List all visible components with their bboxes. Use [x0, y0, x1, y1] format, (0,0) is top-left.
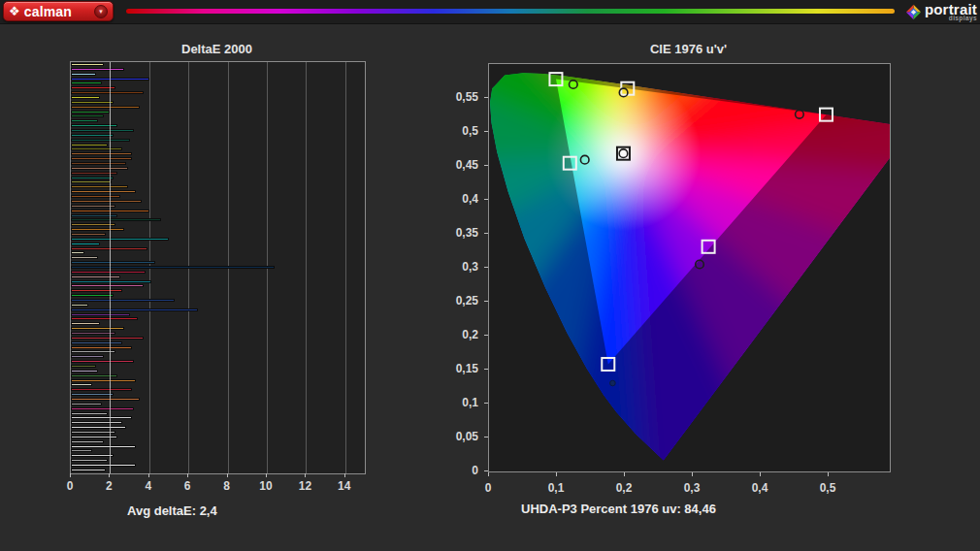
deltae-bar — [71, 73, 96, 76]
deltae-bar-row — [71, 247, 365, 250]
axis-tick-label: 14 — [338, 479, 350, 493]
deltae-bar — [71, 162, 126, 165]
deltae-bar-row — [71, 157, 365, 160]
deltae-bar — [71, 68, 124, 71]
deltae-target-line — [110, 62, 111, 473]
tick-mark — [484, 267, 488, 268]
deltae-bar-row — [71, 114, 365, 117]
deltae-bar-row — [71, 365, 365, 368]
deltae-bar-row — [71, 106, 365, 109]
deltae-bar — [71, 313, 130, 316]
deltae-bar — [71, 398, 140, 401]
deltae-bar-row — [71, 341, 365, 344]
axis-tick-label: 0,4 — [752, 481, 768, 495]
deltae-bar — [71, 449, 92, 452]
tick-mark — [484, 199, 488, 200]
deltae-bar-row — [71, 337, 365, 340]
deltae-bar-row — [71, 86, 365, 89]
deltae-bar-row — [71, 289, 365, 292]
deltae-bar-row — [71, 91, 365, 94]
tick-mark — [488, 472, 489, 476]
deltae-bar-row — [71, 294, 365, 297]
deltae-bar-row — [71, 383, 365, 386]
deltae-bar — [71, 383, 92, 386]
deltae-bar-row — [71, 172, 365, 175]
deltae-bar — [71, 101, 114, 104]
deltae-bar — [71, 407, 134, 410]
axis-tick-label: 6 — [184, 479, 191, 493]
deltae-bar-row — [71, 412, 365, 415]
deltae-bar — [71, 256, 98, 259]
deltae-bar — [71, 337, 144, 340]
deltae-bar — [71, 266, 275, 269]
deltae-bar-row — [71, 388, 365, 391]
deltae-bar — [71, 106, 140, 109]
deltae-bar-row — [71, 63, 365, 66]
deltae-bar — [71, 317, 138, 320]
deltae-bar-row — [71, 317, 365, 320]
deltae-bar-row — [71, 111, 365, 113]
tick-mark — [484, 437, 488, 438]
deltae-bar-row — [71, 147, 365, 150]
axis-tick-label: 0,25 — [456, 294, 478, 308]
calman-menu-button[interactable]: ❖ calman ▼ — [3, 1, 114, 21]
tick-mark — [344, 473, 345, 477]
deltae-bar — [71, 167, 128, 170]
deltae-bar — [71, 233, 106, 236]
deltae-bar-row — [71, 243, 365, 245]
deltae-bar — [71, 322, 100, 325]
axis-tick-label: 0,3 — [462, 260, 478, 274]
deltae-bar-row — [71, 421, 365, 424]
cie-diagram — [488, 63, 891, 472]
deltae-bar-row — [71, 464, 365, 467]
deltae-bar-row — [71, 379, 365, 382]
cie-chart-title: CIE 1976 u'v' — [488, 42, 889, 56]
deltae-bar-row — [71, 454, 365, 457]
axis-tick-label: 10 — [259, 479, 272, 493]
deltae-bar-row — [71, 129, 365, 132]
tick-mark — [187, 473, 188, 477]
tick-mark — [484, 470, 488, 471]
deltae-bar — [71, 96, 100, 99]
calman-dropdown-button[interactable]: ▼ — [94, 5, 108, 18]
deltae-bar — [71, 280, 151, 283]
deltae-bar-row — [71, 360, 365, 363]
tick-mark — [266, 473, 267, 477]
deltae-bar-row — [71, 266, 365, 269]
deltae-bar — [71, 403, 102, 405]
deltae-bar-row — [71, 218, 365, 221]
portrait-displays-logo: portrait displays — [905, 2, 977, 22]
deltae-bar-row — [71, 403, 365, 405]
deltae-bar-row — [71, 261, 365, 264]
deltae-bar-row — [71, 144, 365, 146]
deltae-bar — [71, 63, 104, 66]
deltae-bar — [71, 355, 104, 358]
deltae-bar — [71, 111, 110, 113]
deltae-bar-row — [71, 459, 365, 462]
deltae-bar-row — [71, 251, 365, 254]
deltae-bar-row — [71, 416, 365, 419]
spectrum-gradient-strip — [126, 9, 895, 14]
axis-tick-label: 4 — [145, 479, 151, 493]
deltae-bar-row — [71, 139, 365, 142]
tick-mark — [692, 472, 693, 476]
deltae-bar-row — [71, 68, 365, 71]
deltae-bar — [71, 185, 128, 188]
deltae-bar-row — [71, 350, 365, 353]
deltae-bar — [71, 341, 122, 344]
axis-tick-label: 0 — [472, 464, 478, 477]
deltae-bar — [71, 426, 126, 429]
tick-mark — [760, 472, 761, 476]
brand-subtitle: displays — [949, 16, 977, 22]
deltae-bar-row — [71, 210, 365, 212]
axis-tick-label: 0,3 — [684, 481, 701, 495]
chevron-down-icon: ▼ — [98, 9, 104, 15]
deltae-bar-row — [71, 393, 365, 396]
deltae-bar-row — [71, 162, 365, 165]
deltae-bar — [71, 360, 134, 363]
deltae-bar — [71, 299, 175, 302]
deltae-bar — [71, 294, 114, 297]
axis-tick-label: 0 — [485, 481, 492, 495]
axis-tick-label: 0,4 — [462, 192, 478, 206]
measurement-marker-blue — [610, 380, 616, 386]
